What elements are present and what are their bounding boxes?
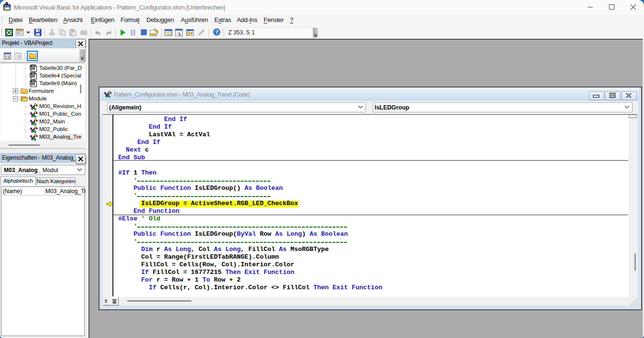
svg-text:?: ? xyxy=(215,29,219,35)
